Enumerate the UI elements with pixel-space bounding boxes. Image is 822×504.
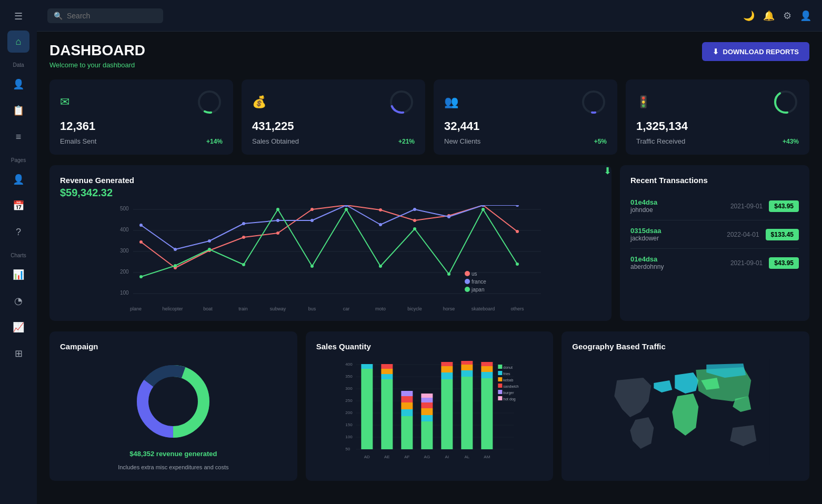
traffic-value: 1,325,134 [636,119,799,133]
svg-text:100: 100 [345,435,353,439]
svg-point-66 [465,271,470,276]
transaction-1-date: 2021-09-01 [730,203,763,210]
svg-text:50: 50 [345,447,350,451]
svg-text:car: car [343,306,350,311]
download-reports-button[interactable]: ⬇ DOWNLOAD REPORTS [702,42,809,61]
transaction-item-1: 01e4dsa johndoe 2021-09-01 $43.95 [630,192,799,220]
list-icon: ≡ [16,132,22,143]
svg-text:AD: AD [364,455,369,459]
transactions-card: Recent Transactions 01e4dsa johndoe 2021… [620,165,809,321]
svg-point-50 [413,227,416,230]
transaction-2-info: 0315dsaa jackdower [630,227,720,242]
sidebar-item-users[interactable]: 👤 [7,73,29,95]
svg-text:japan: japan [471,287,484,293]
stat-card-sales: 💰 431,225 Sales Obtained +21% [242,79,425,155]
svg-text:plane: plane [130,306,142,311]
transaction-2-date: 2022-04-01 [727,231,759,238]
page-title: DASHBOARD [49,42,145,59]
sales-ring-chart [388,89,415,115]
svg-point-42 [139,275,143,278]
svg-text:donut: donut [503,366,513,369]
sidebar-item-line[interactable]: 📈 [7,316,29,338]
clients-change: +5% [594,138,607,145]
transaction-1-id: 01e4dsa [630,198,724,206]
sidebar-item-reports[interactable]: 📋 [7,99,29,122]
notifications-icon[interactable]: 🔔 [763,10,775,22]
svg-point-52 [482,208,485,211]
svg-text:france: france [472,279,486,285]
campaign-title: Campaign [60,342,287,351]
transaction-3-id: 01e4dsa [630,255,724,263]
sales-bar-chart: 400 350 300 250 200 150 100 50 [316,359,543,475]
sidebar-item-help[interactable]: ? [7,221,29,243]
svg-point-51 [447,273,450,276]
line-chart-icon: 📈 [13,321,24,333]
transaction-item-2: 0315dsaa jackdower 2022-04-01 $133.45 [630,220,799,249]
traffic-label: Traffic Received [636,137,685,145]
sidebar-section-data: Data [13,62,24,68]
svg-point-44 [208,248,211,251]
table-icon: ⊞ [15,348,23,359]
search-box[interactable]: 🔍 [47,8,163,23]
settings-icon[interactable]: ⚙ [783,10,791,22]
svg-rect-110 [441,372,453,379]
header-icons: 🌙 🔔 ⚙ 👤 [743,10,811,22]
svg-text:350: 350 [345,374,353,379]
svg-text:400: 400 [345,362,353,367]
sidebar-item-bar[interactable]: 📊 [7,264,29,286]
svg-point-45 [242,263,245,266]
user-profile-icon[interactable]: 👤 [800,10,811,22]
sidebar-section-pages: Pages [11,157,26,163]
emails-value: 12,361 [60,119,223,133]
geo-traffic-title: Geography Based Traffic [572,342,799,351]
menu-icon[interactable]: ☰ [10,6,27,26]
svg-rect-132 [498,377,502,381]
svg-text:horse: horse [443,306,455,311]
svg-rect-94 [381,379,393,449]
dark-mode-icon[interactable]: 🌙 [743,10,755,22]
search-input[interactable] [67,12,151,20]
svg-text:fries: fries [503,372,510,376]
sidebar-item-list[interactable]: ≡ [7,126,29,148]
svg-rect-92 [361,369,373,449]
sidebar-item-table[interactable]: ⊞ [7,342,29,365]
svg-text:subway: subway [270,306,286,311]
svg-text:100: 100 [120,290,129,296]
svg-text:helicopter: helicopter [162,306,183,311]
sidebar-item-home[interactable]: ⌂ [7,31,29,53]
emails-label: Emails Sent [60,137,96,145]
main-area: 🔍 🌙 🔔 ⚙ 👤 DASHBOARD Welcome to your dash… [37,0,822,504]
donut-wrapper: $48,352 revenue generated Includes extra… [60,359,287,470]
svg-rect-106 [421,402,433,408]
revenue-chart-card: Revenue Generated $59,342.32 ⬇ 500 400 3… [49,165,612,321]
svg-point-39 [447,215,450,218]
svg-rect-136 [498,390,502,394]
clients-value: 32,441 [444,119,607,133]
sales-change: +21% [398,138,415,145]
revenue-download-button[interactable]: ⬇ [604,165,612,177]
svg-point-37 [379,223,382,226]
person-icon: 👤 [13,174,24,185]
svg-rect-97 [381,364,393,369]
svg-point-70 [465,287,470,292]
svg-rect-98 [401,416,413,449]
page-title-block: DASHBOARD Welcome to your dashboard [49,42,145,69]
svg-rect-105 [421,408,433,415]
svg-text:train: train [238,306,248,311]
help-icon: ? [16,227,21,238]
svg-text:boat: boat [203,306,213,311]
sidebar-item-pie[interactable]: ◔ [7,290,29,312]
svg-rect-108 [421,394,433,398]
svg-text:us: us [472,271,477,277]
sidebar: ☰ ⌂ Data 👤 📋 ≡ Pages 👤 📅 ? Charts 📊 ◔ 📈 … [0,0,37,504]
line-chart-wrapper: 500 400 300 200 100 [60,205,601,310]
sales-quantity-title: Sales Quantity [316,342,543,351]
svg-rect-101 [401,396,413,402]
sales-quantity-card: Sales Quantity 400 350 300 250 200 150 1… [306,331,554,481]
sidebar-item-person[interactable]: 👤 [7,168,29,190]
revenue-line-chart: 500 400 300 200 100 [60,205,601,316]
sidebar-item-calendar[interactable]: 📅 [7,195,29,217]
svg-rect-119 [481,366,493,372]
content-area: DASHBOARD Welcome to your dashboard ⬇ DO… [37,32,822,504]
email-icon: ✉ [60,95,69,109]
